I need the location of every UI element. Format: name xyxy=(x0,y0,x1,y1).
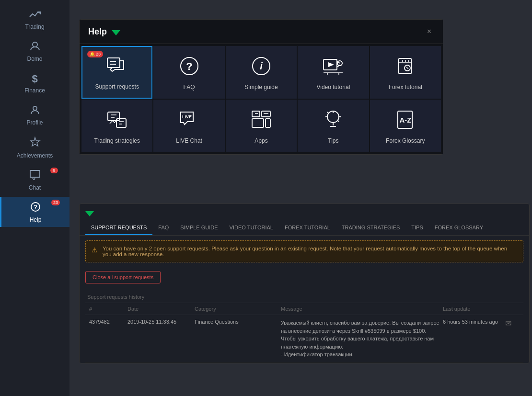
svg-marker-12 xyxy=(328,62,334,67)
help-badge: 23 xyxy=(51,200,60,205)
support-badge: 🔔23 xyxy=(87,51,103,57)
video-tutorial-label: Video tutorial xyxy=(316,84,350,91)
sidebar-item-trading[interactable]: Trading xyxy=(0,5,69,34)
glossary-icon: A-Z xyxy=(396,110,415,134)
svg-rect-35 xyxy=(252,119,264,127)
col-last-update: Last update xyxy=(443,306,505,312)
col-id: # xyxy=(89,306,127,312)
live-chat-label: LIVE Chat xyxy=(176,137,202,145)
table-row: 4379482 2019-10-25 11:33:45 Finance Ques… xyxy=(85,315,523,363)
col-date: Date xyxy=(127,306,195,312)
svg-line-22 xyxy=(406,67,408,69)
tab-simple-guide[interactable]: SIMPLE GUIDE xyxy=(174,221,223,235)
svg-text:A-Z: A-Z xyxy=(399,116,411,124)
help-modal-close-button[interactable]: × xyxy=(424,26,434,37)
tab-video-tutorial[interactable]: VIDEO TUTORIAL xyxy=(224,221,279,235)
support-requests-label: Support requests xyxy=(95,83,139,91)
tab-tips[interactable]: TIPS xyxy=(405,221,428,235)
help-chevron-icon xyxy=(112,30,120,35)
grid-item-simple-guide[interactable]: i Simple guide xyxy=(226,46,297,99)
simple-guide-label: Simple guide xyxy=(244,84,278,91)
svg-rect-29 xyxy=(116,119,126,127)
svg-line-46 xyxy=(337,120,339,122)
grid-item-trading-strategies[interactable]: Trading strategies xyxy=(81,100,152,152)
demo-label: Demo xyxy=(27,56,42,62)
sidebar-item-profile[interactable]: Profile xyxy=(0,100,69,130)
svg-text:LIVE: LIVE xyxy=(182,114,192,119)
sidebar-item-finance[interactable]: $ Finance xyxy=(0,68,69,98)
profile-label: Profile xyxy=(26,119,43,126)
grid-item-faq[interactable]: ? FAQ xyxy=(153,46,224,99)
demo-icon xyxy=(30,41,40,54)
tab-forex-tutorial[interactable]: FOREX TUTORIAL xyxy=(279,221,336,235)
support-icon xyxy=(106,57,127,79)
row-category: Finance Questions xyxy=(195,319,281,325)
sidebar-item-achievements[interactable]: Achievements xyxy=(0,132,69,163)
table-header: # Date Category Message Last update xyxy=(85,303,523,315)
svg-text:?: ? xyxy=(34,204,37,211)
alert-icon: ⚠ xyxy=(92,246,98,254)
help-icon: ? xyxy=(30,202,41,215)
sidebar-item-help[interactable]: 23 ? Help xyxy=(0,197,69,227)
svg-rect-34 xyxy=(262,111,270,117)
col-action xyxy=(505,306,520,312)
alert-box: ⚠ You can have only 2 open support reque… xyxy=(85,240,523,262)
help-modal-header: Help × xyxy=(80,20,443,44)
chat-icon xyxy=(29,170,41,182)
trading-icon xyxy=(29,10,41,22)
tab-forex-glossary[interactable]: FOREX GLOSSARY xyxy=(429,221,489,235)
grid-item-forex-glossary[interactable]: A-Z Forex Glossary xyxy=(370,100,441,152)
mail-icon[interactable]: ✉ xyxy=(505,319,520,328)
video-icon xyxy=(323,57,344,80)
grid-item-live-chat[interactable]: LIVE LIVE Chat xyxy=(153,100,224,152)
svg-text:i: i xyxy=(260,61,263,71)
help-modal-title: Help xyxy=(88,27,107,37)
trading-label: Trading xyxy=(25,23,44,30)
tab-faq[interactable]: FAQ xyxy=(152,221,174,235)
sidebar-item-chat[interactable]: 9 Chat xyxy=(0,165,69,195)
tips-label: Tips xyxy=(328,137,338,145)
svg-text:?: ? xyxy=(186,60,192,72)
row-id: 4379482 xyxy=(89,319,127,325)
help-grid: 🔔23 Support requests ? xyxy=(80,44,443,154)
support-tabs: SUPPORT REQUESTS FAQ SIMPLE GUIDE VIDEO … xyxy=(80,221,529,236)
svg-point-1 xyxy=(33,106,37,110)
sidebar-item-demo[interactable]: Demo xyxy=(0,36,69,66)
grid-item-video-tutorial[interactable]: Video tutorial xyxy=(298,46,369,99)
finance-label: Finance xyxy=(24,87,45,94)
close-all-support-requests-button[interactable]: Close all support requests xyxy=(85,271,161,283)
col-category: Category xyxy=(195,306,281,312)
faq-label: FAQ xyxy=(184,84,195,91)
tab-support-requests[interactable]: SUPPORT REQUESTS xyxy=(85,221,152,235)
sidebar: Trading Demo $ Finance Profile Achieveme… xyxy=(0,0,69,396)
chat-badge: 9 xyxy=(50,168,58,173)
support-panel: SUPPORT REQUESTS FAQ SIMPLE GUIDE VIDEO … xyxy=(79,204,530,363)
forex-glossary-label: Forex Glossary xyxy=(386,137,425,145)
achievements-label: Achievements xyxy=(17,152,53,159)
book-icon xyxy=(396,57,415,80)
svg-line-45 xyxy=(327,112,329,113)
svg-point-0 xyxy=(33,42,37,47)
grid-item-tips[interactable]: Tips xyxy=(298,100,369,152)
forex-tutorial-label: Forex tutorial xyxy=(389,84,422,91)
main-content: Help × 🔔23 Support reque xyxy=(69,0,532,396)
help-label: Help xyxy=(30,216,42,223)
support-chevron-icon xyxy=(80,204,529,219)
svg-rect-33 xyxy=(252,111,260,117)
chat-label: Chat xyxy=(29,184,41,191)
livechat-icon: LIVE xyxy=(179,110,200,134)
tips-icon xyxy=(324,109,343,134)
apps-icon xyxy=(251,110,271,134)
col-message: Message xyxy=(281,306,443,312)
help-modal: Help × 🔔23 Support reque xyxy=(79,19,443,155)
svg-rect-36 xyxy=(266,119,270,127)
trading-strategies-label: Trading strategies xyxy=(94,137,140,145)
grid-item-apps[interactable]: Apps xyxy=(226,100,297,152)
tab-trading-strategies[interactable]: TRADING STRATEGIES xyxy=(336,221,405,235)
faq-icon: ? xyxy=(180,57,199,80)
row-date: 2019-10-25 11:33:45 xyxy=(127,319,195,325)
svg-rect-26 xyxy=(108,112,119,121)
history-title: Support requests history xyxy=(85,291,523,303)
grid-item-forex-tutorial[interactable]: Forex tutorial xyxy=(370,46,441,99)
grid-item-support-requests[interactable]: 🔔23 Support requests xyxy=(81,46,152,99)
